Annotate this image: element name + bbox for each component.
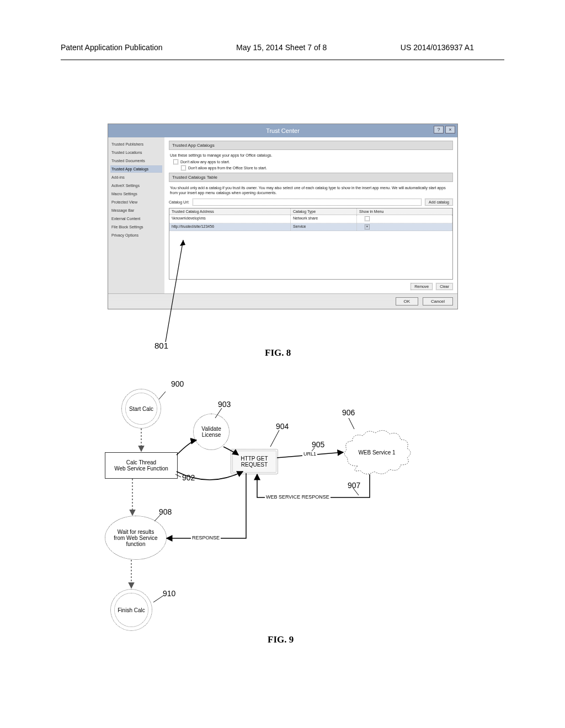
row-type: Service	[291, 223, 357, 231]
add-catalog-button[interactable]: Add catalog	[425, 199, 453, 206]
dialog-title-bar: Trust Center ? ×	[108, 124, 457, 137]
fig8-trust-center-dialog: Trust Center ? × Trusted Publishers Trus…	[108, 124, 458, 309]
ref-902: 902	[182, 473, 195, 482]
ref-910: 910	[163, 589, 175, 598]
clear-button[interactable]: Clear	[436, 283, 453, 290]
sidebar-item-activex-settings[interactable]: ActiveX Settings	[110, 182, 162, 189]
trust-center-sidebar: Trusted Publishers Trusted Locations Tru…	[108, 137, 164, 293]
node-finish-calc: Finish Calc	[110, 589, 152, 631]
ref-903: 903	[218, 400, 231, 409]
sidebar-item-addins[interactable]: Add-ins	[110, 174, 162, 181]
sidebar-item-external-content[interactable]: External Content	[110, 215, 162, 222]
checkbox-label-dont-allow-store-apps: Don't allow apps from the Office Store t…	[188, 166, 267, 170]
col-show-in-menu: Show in Menu	[357, 208, 452, 215]
catalog-url-label: Catalog Url:	[169, 200, 189, 204]
svg-line-14	[153, 596, 163, 602]
close-button[interactable]: ×	[445, 126, 455, 133]
row-address: \\known\develop\ms	[169, 215, 291, 223]
header-rule	[61, 60, 504, 60]
node-web-service: WEB Service 1	[341, 427, 413, 477]
sidebar-item-message-bar[interactable]: Message Bar	[110, 207, 162, 214]
ref-904: 904	[276, 422, 289, 431]
checkbox-label-dont-allow-apps: Don't allow any apps to start.	[180, 160, 230, 164]
sidebar-item-file-block-settings[interactable]: File Block Settings	[110, 223, 162, 231]
ref-907: 907	[348, 481, 360, 490]
edge-label-response: RESPONSE	[191, 535, 221, 540]
sidebar-item-trusted-app-catalogs[interactable]: Trusted App Catalogs	[110, 165, 162, 173]
checkbox-dont-allow-store-apps[interactable]	[181, 165, 186, 170]
header-left: Patent Application Publication	[61, 43, 162, 52]
section1-desc: Use these settings to manage your apps f…	[170, 153, 453, 157]
ref-905: 905	[312, 440, 324, 449]
sidebar-item-macro-settings[interactable]: Macro Settings	[110, 190, 162, 197]
sidebar-item-trusted-documents[interactable]: Trusted Documents	[110, 157, 162, 164]
checkbox-dont-allow-apps[interactable]	[173, 159, 178, 164]
fig8-ref-801: 801	[154, 341, 168, 350]
row-show-checkbox[interactable]	[365, 224, 370, 229]
fig9-flowchart: Start Calc Calc Thread Web Service Funct…	[94, 375, 469, 640]
col-address: Trusted Catalog Address	[169, 208, 291, 215]
ref-906: 906	[342, 408, 355, 417]
svg-line-9	[270, 430, 279, 447]
ok-button[interactable]: OK	[396, 297, 419, 306]
cancel-button[interactable]: Cancel	[423, 297, 453, 306]
remove-button[interactable]: Remove	[411, 283, 433, 290]
sidebar-item-privacy-options[interactable]: Privacy Options	[110, 232, 162, 239]
header-right: US 2014/0136937 A1	[401, 43, 474, 52]
sidebar-item-protected-view[interactable]: Protected View	[110, 199, 162, 206]
table-row[interactable]: \\known\develop\ms Network share	[169, 215, 452, 223]
dialog-title: Trust Center	[266, 127, 300, 134]
ref-900: 900	[171, 379, 184, 388]
section2-desc: You should only add a catalog if you tru…	[170, 185, 452, 195]
trusted-catalogs-table: Trusted Catalog Address Catalog Type Sho…	[169, 208, 453, 280]
node-http-get-request: HTTP GET REQUEST	[232, 450, 277, 473]
row-address: http://trusted/site/123456	[169, 223, 291, 231]
col-type: Catalog Type	[291, 208, 357, 215]
header-center: May 15, 2014 Sheet 7 of 8	[236, 43, 327, 52]
catalog-url-input[interactable]	[193, 199, 422, 206]
section-heading-trusted-catalogs-table: Trusted Catalogs Table	[169, 173, 453, 182]
svg-line-6	[159, 392, 166, 399]
sidebar-item-trusted-locations[interactable]: Trusted Locations	[110, 149, 162, 156]
row-type: Network share	[291, 215, 357, 223]
fig8-caption: FIG. 8	[265, 347, 291, 358]
ref-908: 908	[159, 507, 172, 516]
table-row[interactable]: http://trusted/site/123456 Service	[169, 223, 452, 231]
page-header: Patent Application Publication May 15, 2…	[0, 0, 565, 57]
edge-label-url1: URL1	[302, 451, 317, 457]
node-wait-results: Wait for results from Web Service functi…	[105, 516, 167, 560]
node-start-calc: Start Calc	[121, 389, 161, 429]
section-heading-trusted-app-catalogs: Trusted App Catalogs	[169, 141, 453, 150]
fig9-caption: FIG. 9	[268, 634, 294, 645]
node-validate-license: Validate License	[193, 414, 230, 450]
row-show-checkbox[interactable]	[365, 216, 370, 221]
sidebar-item-trusted-publishers[interactable]: Trusted Publishers	[110, 141, 162, 148]
help-button[interactable]: ?	[434, 126, 444, 133]
node-calc-thread: Calc Thread Web Service Function	[105, 452, 178, 479]
edge-label-web-response: WEB SERVICE RESPONSE	[265, 494, 331, 500]
